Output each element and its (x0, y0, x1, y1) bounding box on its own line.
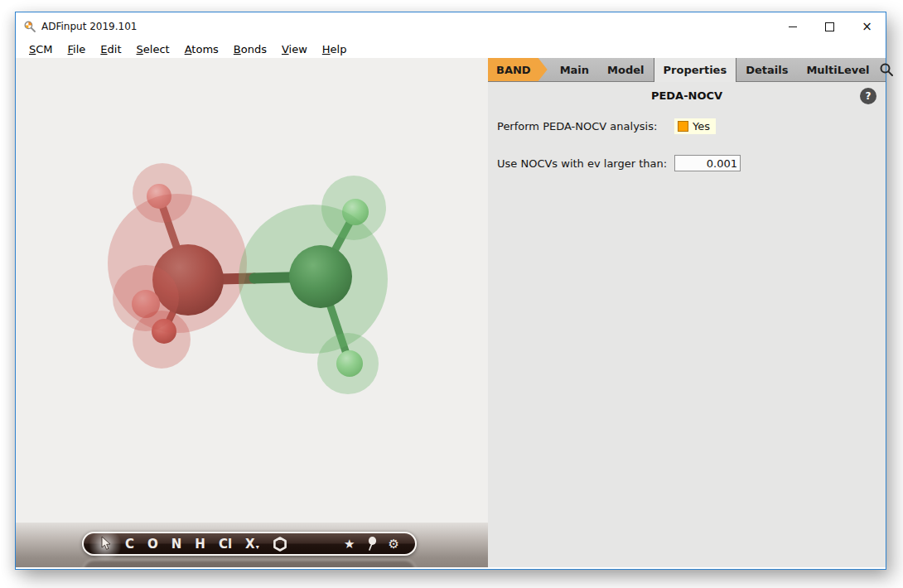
element-toolbar: CONHClX▾★⚙ (82, 532, 417, 556)
element-other-dropdown[interactable]: X▾ (245, 537, 259, 552)
main-content: CONHClX▾★⚙ BANDMainModelPropertiesDetail… (16, 58, 886, 567)
hexagon-ring-icon (273, 537, 287, 552)
search-icon (879, 62, 894, 77)
search-button[interactable] (879, 58, 901, 81)
minimize-button[interactable] (774, 12, 811, 41)
peda-nocv-yes-dropdown[interactable]: Yes (674, 118, 716, 134)
tab-multilevel[interactable]: MultiLevel (797, 58, 878, 81)
ring-structure-tool[interactable] (273, 537, 287, 552)
window-controls: × (774, 12, 886, 41)
menu-view[interactable]: View (274, 43, 315, 55)
maximize-button[interactable] (811, 12, 848, 41)
element-oxygen-button[interactable]: O (147, 537, 158, 552)
close-icon: × (862, 21, 872, 33)
app-logo-magnifier-icon (23, 20, 36, 33)
element-carbon-button[interactable]: C (125, 537, 134, 552)
tab-main[interactable]: Main (551, 58, 598, 81)
min-icon (789, 27, 797, 27)
molecule-viewport[interactable] (16, 58, 488, 523)
help-question-icon: ? (866, 90, 872, 102)
section-title: PEDA-NOCV (488, 89, 886, 102)
app-window: ADFinput 2019.101 × SCMFileEditSelectAto… (15, 12, 886, 570)
menu-select[interactable]: Select (129, 43, 177, 55)
toolbar-reflection (82, 559, 417, 567)
menu-atoms[interactable]: Atoms (177, 43, 226, 55)
select-cursor-tool[interactable] (100, 537, 112, 551)
tab-bar: BANDMainModelPropertiesDetailsMultiLevel (488, 58, 886, 82)
menu-scm[interactable]: SCM (22, 43, 60, 55)
nocv-ev-threshold-row: Use NOCVs with ev larger than: (497, 154, 741, 172)
molecule-3d-view[interactable] (16, 58, 488, 523)
element-nitrogen-button[interactable]: N (171, 537, 182, 552)
right-column: BANDMainModelPropertiesDetailsMultiLevel… (488, 58, 886, 567)
viewport-bottom-bar: CONHClX▾★⚙ (16, 523, 488, 567)
element-hydrogen-button[interactable]: H (195, 537, 205, 552)
nocv-ev-threshold-input[interactable] (674, 155, 741, 171)
option-value: Yes (693, 120, 710, 133)
window-title: ADFinput 2019.101 (41, 21, 137, 32)
menu-help[interactable]: Help (315, 43, 355, 55)
peda-nocv-analysis-label: Perform PEDA-NOCV analysis: (497, 120, 674, 133)
nocv-ev-threshold-label: Use NOCVs with ev larger than: (497, 157, 674, 170)
nocv-surface (321, 176, 386, 240)
nocv-surface (133, 163, 192, 223)
structures-star-tool[interactable]: ★ (344, 537, 355, 552)
option-marker-icon (678, 121, 688, 132)
menu-file[interactable]: File (60, 43, 94, 55)
balloon-icon (367, 537, 377, 551)
balloon-tool[interactable] (367, 537, 377, 551)
dropdown-arrow-icon: ▾ (256, 543, 259, 551)
close-button[interactable]: × (848, 12, 886, 41)
element-chlorine-button[interactable]: Cl (219, 537, 232, 552)
menu-bar: SCMFileEditSelectAtomsBondsViewHelp (16, 41, 886, 58)
help-button[interactable]: ? (860, 88, 876, 104)
tab-properties[interactable]: Properties (654, 58, 737, 82)
left-column: CONHClX▾★⚙ (16, 58, 488, 567)
tab-details[interactable]: Details (736, 58, 797, 81)
tab-band[interactable]: BAND (488, 58, 548, 81)
menu-edit[interactable]: Edit (93, 43, 128, 55)
cursor-arrow-icon (100, 537, 112, 551)
max-icon (825, 22, 834, 31)
peda-nocv-analysis-row: Perform PEDA-NOCV analysis: Yes (497, 117, 716, 135)
menu-bonds[interactable]: Bonds (226, 43, 274, 55)
title-bar: ADFinput 2019.101 × (16, 12, 886, 41)
properties-panel: PEDA-NOCV ? Perform PEDA-NOCV analysis: … (488, 82, 886, 567)
nocv-surface (133, 311, 191, 369)
tab-model[interactable]: Model (598, 58, 653, 81)
nocv-surface (317, 333, 379, 394)
settings-gear-tool[interactable]: ⚙ (389, 537, 399, 552)
